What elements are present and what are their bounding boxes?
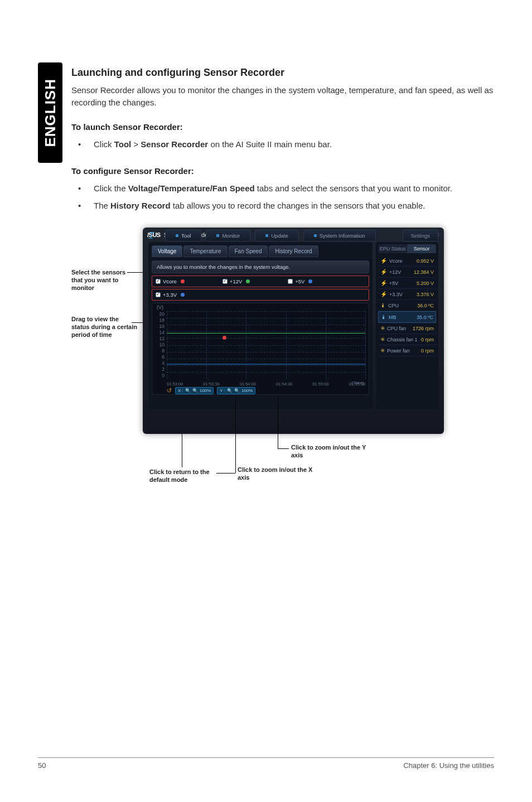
bolt-icon: ⚡ xyxy=(380,291,387,297)
magnifier-icon: 🔍 xyxy=(185,388,191,393)
bottom-btn-settings[interactable]: Settings xyxy=(403,230,438,241)
bullet-dot: • xyxy=(71,182,94,195)
bullet-dot: • xyxy=(71,138,94,151)
section-intro: Sensor Recorder allows you to monitor th… xyxy=(71,84,495,109)
sensor-row-5v: ⚡+5V5.200 V xyxy=(378,278,436,289)
bottom-btn-update[interactable]: Update xyxy=(255,230,299,241)
chart-grid xyxy=(167,311,365,379)
annotation-line xyxy=(278,397,278,448)
sensor-check-row: Vcore +12V +5V xyxy=(152,276,369,287)
magnifier-icon: 🔍 xyxy=(227,388,233,393)
list-text: The History Record tab allows you to rec… xyxy=(94,200,495,212)
chart-area[interactable]: (V) 20 18 16 14 12 10 8 6 4 2 0 xyxy=(152,303,369,395)
language-label: ENGLISH xyxy=(42,79,59,147)
color-dot-green xyxy=(246,279,250,283)
annotation-line xyxy=(216,473,235,474)
thermometer-icon: 🌡 xyxy=(380,302,386,308)
annotation-return-default: Click to return to the default mode xyxy=(149,468,216,484)
checkbox-5v[interactable]: +5V xyxy=(288,278,312,284)
page-number: 50 xyxy=(38,761,46,770)
sensor-row-power-fan: ✳Power fan0 rpm xyxy=(378,345,436,356)
bullet-dot: • xyxy=(71,200,94,212)
checkbox-12v[interactable]: +12V xyxy=(223,278,250,284)
sensor-check-row: +3.3V xyxy=(152,289,369,301)
right-panel: EPU Status Sensor ⚡Vcore0.952 V ⚡+12V12.… xyxy=(376,242,438,409)
sensor-row-cpu-fan: ✳CPU fan1726 rpm xyxy=(378,323,436,334)
list-text: Click the Voltage/Temperature/Fan Speed … xyxy=(94,182,495,195)
list-item: • The History Record tab allows you to r… xyxy=(71,200,495,212)
fan-icon: ✳ xyxy=(380,325,385,331)
annotation-line xyxy=(278,448,289,449)
sensor-row-mb-temp[interactable]: 🌡MB35.0 ºC xyxy=(378,311,436,323)
config-heading: To configure Sensor Recorder: xyxy=(71,166,495,176)
panel-message: Allows you to monitor the changes in the… xyxy=(152,260,369,273)
annotation-zoom-x: Click to zoom in/out the X axis xyxy=(238,466,321,482)
annotation-select-sensors: Select the sensors that you want to moni… xyxy=(71,269,133,292)
checkbox-3v3[interactable]: +3.3V xyxy=(156,292,185,298)
thermometer-icon: 🌡 xyxy=(381,314,386,320)
bottom-bar: ⌶ Tool Monitor Update System Information… xyxy=(148,228,438,243)
time-axis-label: (Time) xyxy=(351,380,364,385)
ai-suite-logo-icon: ⌶ xyxy=(148,230,161,240)
bolt-icon: ⚡ xyxy=(380,269,387,275)
y-axis-unit: (V) xyxy=(157,305,163,310)
app-body: Voltage Temperature Fan Speed History Re… xyxy=(143,242,444,248)
bottom-btn-tool[interactable]: Tool xyxy=(165,230,201,241)
left-panel: Voltage Temperature Fan Speed History Re… xyxy=(148,242,373,409)
magnifier-icon: 🔍 xyxy=(192,388,198,393)
zoom-controls: ↺ X :🔍🔍100% Y :🔍🔍100% xyxy=(167,387,255,394)
sensor-row-3v3: ⚡+3.3V3.376 V xyxy=(378,289,436,300)
app-window: /SUS Sensor Recorder ⊥ × Voltage Tempera… xyxy=(143,228,444,434)
sensor-row-12v: ⚡+12V12.384 V xyxy=(378,267,436,278)
list-item: • Click Tool > Sensor Recorder on the AI… xyxy=(71,138,495,151)
bolt-icon: ⚡ xyxy=(380,258,387,264)
tab-fan-speed[interactable]: Fan Speed xyxy=(229,245,268,257)
tab-voltage[interactable]: Voltage xyxy=(152,245,182,257)
plot-line-3v3 xyxy=(167,364,365,365)
config-list: • Click the Voltage/Temperature/Fan Spee… xyxy=(71,182,495,212)
checkbox-vcore[interactable]: Vcore xyxy=(156,278,185,284)
color-dot-red xyxy=(181,279,185,283)
page-content: Launching and configuring Sensor Recorde… xyxy=(71,67,495,518)
tab-temperature[interactable]: Temperature xyxy=(183,245,227,257)
tab-epu-status[interactable]: EPU Status xyxy=(378,244,407,253)
sensor-row-cpu-temp: 🌡CPU36.0 ºC xyxy=(378,300,436,311)
magnifier-icon: 🔍 xyxy=(234,388,240,393)
sensor-row-vcore: ⚡Vcore0.952 V xyxy=(378,255,436,267)
page-footer: 50 Chapter 6: Using the utilities xyxy=(38,757,494,770)
zoom-reset-icon[interactable]: ↺ xyxy=(167,387,172,394)
plot-point-vcore xyxy=(223,336,226,340)
sensor-tabs: Voltage Temperature Fan Speed History Re… xyxy=(152,245,369,257)
tab-history-record[interactable]: History Record xyxy=(269,245,318,257)
launch-heading: To launch Sensor Recorder: xyxy=(71,122,495,132)
color-dot-blue xyxy=(181,293,185,297)
fan-icon: ✳ xyxy=(380,347,385,354)
list-item: • Click the Voltage/Temperature/Fan Spee… xyxy=(71,182,495,195)
list-text: Click Tool > Sensor Recorder on the AI S… xyxy=(94,138,495,151)
annotation-zoom-y: Click to zoom in/out the Y axis xyxy=(291,444,375,460)
zoom-y-control[interactable]: Y :🔍🔍100% xyxy=(217,387,255,394)
right-panel-tabs: EPU Status Sensor xyxy=(378,244,436,253)
sensor-row-chassis-fan: ✳Chassis fan 10 rpm xyxy=(378,334,436,345)
zoom-x-control[interactable]: X :🔍🔍100% xyxy=(175,387,214,394)
launch-list: • Click Tool > Sensor Recorder on the AI… xyxy=(71,138,495,151)
chapter-label: Chapter 6: Using the utilities xyxy=(403,761,494,770)
screenshot-block: Select the sensors that you want to moni… xyxy=(71,228,495,518)
language-tab: ENGLISH xyxy=(38,62,62,163)
bolt-icon: ⚡ xyxy=(380,280,387,286)
tab-sensor[interactable]: Sensor xyxy=(407,244,436,253)
plot-line-12v xyxy=(167,333,365,334)
fan-icon: ✳ xyxy=(380,336,385,342)
annotation-line xyxy=(235,397,236,473)
section-heading: Launching and configuring Sensor Recorde… xyxy=(71,67,495,79)
x-axis-ticks: 01:53:00 01:53:30 01:54:00 01:54:30 01:5… xyxy=(167,381,365,386)
annotation-line xyxy=(182,434,182,467)
y-axis-ticks: 20 18 16 14 12 10 8 6 4 2 0 xyxy=(154,311,165,379)
annotation-drag-view: Drag to view the status during a certain… xyxy=(71,316,137,339)
bottom-btn-system-info[interactable]: System Information xyxy=(303,230,376,241)
color-dot-blue xyxy=(308,279,312,283)
bottom-btn-monitor[interactable]: Monitor xyxy=(206,230,250,241)
